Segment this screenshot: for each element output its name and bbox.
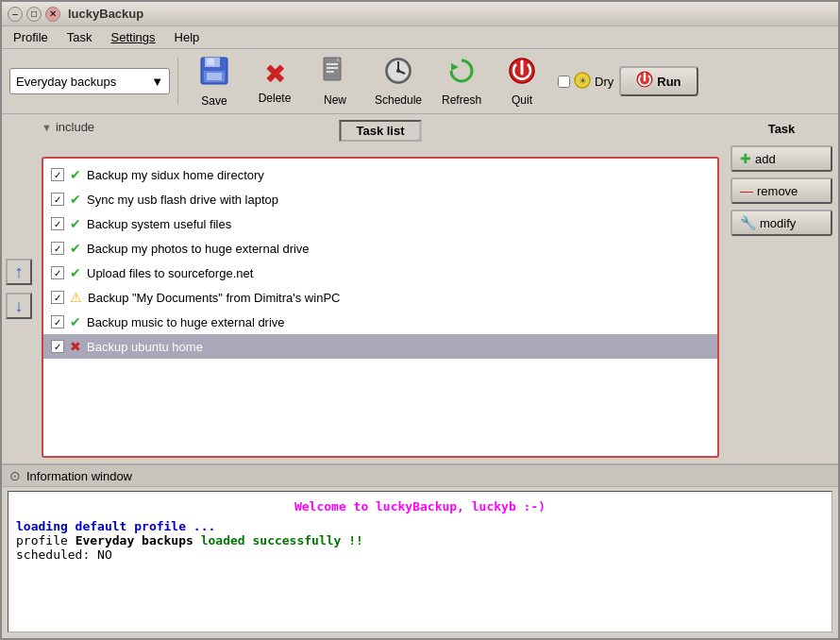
titlebar: – □ ✕ luckyBackup — [2, 2, 838, 26]
dry-checkbox[interactable]: ☀ Dry — [558, 71, 613, 93]
task-item[interactable]: ✓ ✔ Backup my photos to huge external dr… — [43, 236, 717, 261]
task-sidebar: Task ✚ add — remove 🔧 modify — [725, 114, 838, 463]
svg-rect-4 — [207, 73, 222, 80]
info-profile-text-1: profile — [16, 533, 76, 547]
quit-label: Quit — [512, 93, 532, 107]
task-item-selected[interactable]: ✓ ✖ Backup ubuntu home — [43, 334, 717, 359]
info-body: Welcome to luckyBackup, luckyb :-) loadi… — [8, 491, 832, 632]
move-down-button[interactable]: ↓ — [6, 293, 32, 319]
task-text-5: Upload files to sourceforge.net — [87, 266, 253, 280]
task-list-container[interactable]: ✓ ✔ Backup my sidux home directory ✓ ✔ S… — [42, 157, 719, 458]
quit-button[interactable]: Quit — [494, 53, 550, 109]
dry-icon: ☀ — [573, 71, 592, 90]
task-text-3: Backup system useful files — [87, 217, 231, 231]
modify-icon: 🔧 — [740, 215, 756, 230]
profile-value: Everyday backups — [16, 75, 116, 89]
task-item[interactable]: ✓ ✔ Backup music to huge external drive — [43, 310, 717, 334]
task-item[interactable]: ✓ ⚠ Backup "My Documents" from Dimitra's… — [43, 285, 717, 310]
run-icon-svg — [636, 71, 653, 88]
info-collapse-icon[interactable]: ⊙ — [9, 468, 21, 483]
add-icon: ✚ — [740, 151, 751, 166]
task-text-2: Sync my usb flash drive with laptop — [87, 193, 278, 207]
run-label: Run — [657, 75, 680, 89]
delete-label: Delete — [259, 92, 292, 105]
add-task-button[interactable]: ✚ add — [731, 145, 832, 172]
new-button[interactable]: New — [307, 53, 363, 109]
run-icon — [636, 71, 653, 92]
task-text-8: Backup ubuntu home — [87, 340, 203, 354]
include-label: include — [56, 120, 94, 134]
refresh-button[interactable]: Refresh — [433, 53, 490, 109]
task-status-ok-icon: ✔ — [70, 314, 81, 329]
svg-text:☀: ☀ — [579, 76, 587, 86]
task-status-ok-icon: ✔ — [70, 167, 81, 182]
task-status-ok-icon: ✔ — [70, 241, 81, 256]
menu-profile[interactable]: Profile — [6, 28, 56, 46]
run-button[interactable]: Run — [619, 66, 697, 96]
task-status-error-icon: ✖ — [70, 339, 81, 354]
task-item[interactable]: ✓ ✔ Backup my sidux home directory — [43, 162, 717, 187]
maximize-button[interactable]: □ — [26, 7, 42, 22]
dry-run-area: ☀ Dry Run — [558, 66, 698, 96]
side-arrows: ↑ ↓ — [2, 114, 36, 463]
task-item[interactable]: ✓ ✔ Sync my usb flash drive with laptop — [43, 187, 717, 211]
close-button[interactable]: ✕ — [45, 7, 60, 22]
task-checkbox-2[interactable]: ✓ — [51, 193, 64, 206]
info-title: Information window — [26, 469, 132, 483]
task-text-6: Backup "My Documents" from Dimitra's win… — [88, 291, 340, 305]
new-label: New — [324, 93, 346, 107]
info-loading: loading default profile ... — [16, 519, 824, 533]
task-item[interactable]: ✓ ✔ Upload files to sourceforge.net — [43, 261, 717, 285]
task-status-ok-icon: ✔ — [70, 216, 81, 231]
remove-label: remove — [757, 184, 798, 198]
add-label: add — [755, 152, 776, 166]
info-profile-success: loaded successfully !! — [193, 533, 363, 547]
task-list-title: Task list — [339, 120, 421, 142]
task-checkbox-5[interactable]: ✓ — [51, 266, 64, 279]
save-label: Save — [201, 94, 227, 108]
info-profile-line: profile Everyday backups loaded successf… — [16, 533, 824, 547]
task-item[interactable]: ✓ ✔ Backup system useful files — [43, 211, 717, 236]
task-list-panel: ▼ include Task list ✓ ✔ Backup my sidux … — [36, 114, 725, 463]
schedule-icon-svg — [384, 57, 412, 85]
task-checkbox-6[interactable]: ✓ — [51, 291, 64, 304]
delete-icon: ✖ — [264, 59, 286, 90]
task-text-1: Backup my sidux home directory — [87, 168, 264, 182]
svg-point-14 — [396, 69, 400, 73]
modify-task-button[interactable]: 🔧 modify — [731, 210, 832, 236]
save-button[interactable]: Save — [186, 53, 243, 109]
schedule-button[interactable]: Schedule — [367, 53, 429, 109]
task-checkbox-7[interactable]: ✓ — [51, 315, 64, 328]
titlebar-buttons: – □ ✕ — [8, 7, 60, 22]
info-profile-name: Everyday backups — [76, 533, 193, 547]
info-panel: ⊙ Information window Welcome to luckyBac… — [2, 463, 838, 638]
remove-task-button[interactable]: — remove — [731, 177, 832, 204]
move-up-button[interactable]: ↑ — [6, 259, 32, 285]
new-icon-svg — [321, 57, 349, 85]
menu-help[interactable]: Help — [167, 28, 208, 46]
task-checkbox-4[interactable]: ✓ — [51, 242, 64, 255]
minimize-button[interactable]: – — [8, 7, 23, 22]
task-sidebar-title: Task — [731, 122, 832, 136]
task-status-ok-icon: ✔ — [70, 265, 81, 280]
include-arrow-icon: ▼ — [42, 122, 52, 133]
task-status-warn-icon: ⚠ — [70, 290, 82, 305]
refresh-icon — [447, 57, 476, 92]
toolbar-separator-1 — [177, 58, 178, 105]
quit-icon-svg — [508, 57, 536, 85]
task-checkbox-3[interactable]: ✓ — [51, 217, 64, 230]
svg-marker-15 — [451, 63, 459, 71]
menu-settings[interactable]: Settings — [104, 28, 163, 46]
schedule-icon — [384, 57, 412, 92]
profile-dropdown[interactable]: Everyday backups ▼ — [9, 68, 170, 94]
delete-button[interactable]: ✖ Delete — [246, 53, 303, 109]
dry-checkbox-input[interactable] — [558, 76, 570, 88]
save-icon — [199, 56, 229, 93]
menu-task[interactable]: Task — [59, 28, 100, 46]
toolbar: Everyday backups ▼ Save ✖ Delete — [2, 49, 838, 114]
refresh-icon-svg — [447, 57, 476, 85]
task-status-ok-icon: ✔ — [70, 192, 81, 207]
task-checkbox-1[interactable]: ✓ — [51, 168, 64, 181]
refresh-label: Refresh — [442, 93, 481, 107]
task-checkbox-8[interactable]: ✓ — [51, 340, 64, 353]
